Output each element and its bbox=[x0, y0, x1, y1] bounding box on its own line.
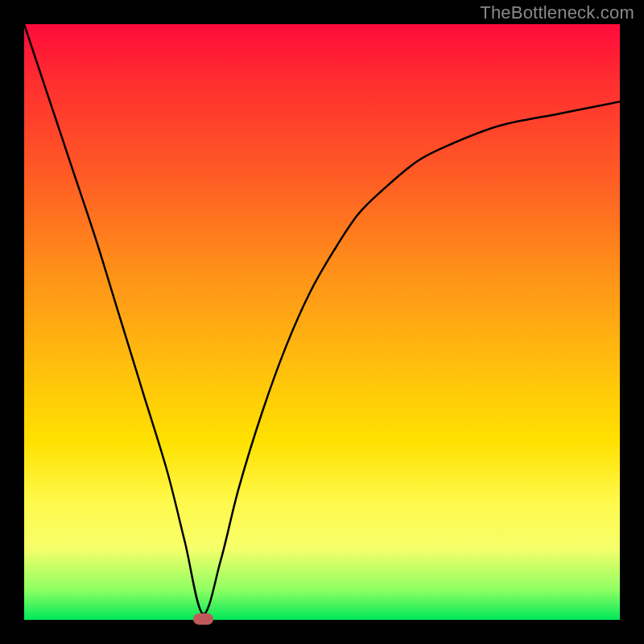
curve-path bbox=[24, 24, 620, 614]
watermark-text: TheBottleneck.com bbox=[480, 2, 634, 23]
plot-area bbox=[24, 24, 620, 620]
bottleneck-curve bbox=[24, 24, 620, 620]
chart-stage: TheBottleneck.com bbox=[0, 0, 644, 644]
optimal-marker bbox=[193, 613, 213, 625]
